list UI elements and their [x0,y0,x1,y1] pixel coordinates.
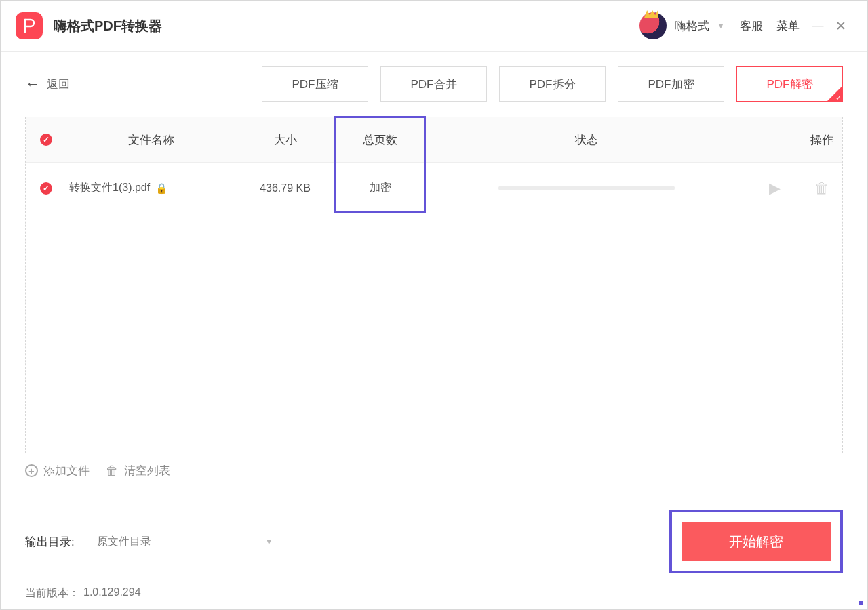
add-icon: + [25,464,38,477]
row-size: 436.79 KB [236,182,334,195]
app-title: 嗨格式PDF转换器 [54,17,162,35]
back-button[interactable]: ← 返回 [25,75,70,93]
play-button[interactable]: ▶ [747,180,802,197]
user-dropdown-icon[interactable]: ▼ [717,21,725,30]
lock-icon: 🔒 [155,182,168,195]
filename-text: 转换文件1(3).pdf [69,181,150,195]
add-file-label: 添加文件 [43,463,90,479]
minimize-button[interactable]: — [806,19,829,33]
progress-bar [498,186,675,190]
close-button[interactable]: ✕ [829,18,852,34]
table-row: ✓ 转换文件1(3).pdf 🔒 436.79 KB 加密 ▶ 🗑 [26,162,842,214]
row-filename: 转换文件1(3).pdf 🔒 [66,181,236,195]
version-value: 1.0.129.294 [83,586,141,601]
tab-pdf-decrypt[interactable]: PDF解密 [736,66,843,102]
tab-pdf-encrypt[interactable]: PDF加密 [618,66,724,102]
file-panel: ✓ 文件名称 大小 总页数 状态 操作 ✓ 转换文件1(3).pdf 🔒 436… [25,117,843,453]
user-name: 嗨格式 [675,18,709,34]
tab-pdf-split[interactable]: PDF拆分 [499,66,606,102]
col-status: 状态 [426,132,747,148]
clear-list-button[interactable]: 🗑 清空列表 [106,463,170,479]
support-link[interactable]: 客服 [740,18,763,34]
start-decrypt-button[interactable]: 开始解密 [682,522,831,561]
tab-pdf-compress[interactable]: PDF压缩 [262,66,368,102]
title-bar: 嗨格式PDF转换器 嗨格式 ▼ 客服 菜单 — ✕ [1,1,867,52]
version-label: 当前版本： [25,586,79,601]
resize-grip-icon[interactable] [859,601,863,605]
add-file-button[interactable]: + 添加文件 [25,463,90,479]
chevron-down-icon: ▼ [265,537,273,546]
col-filename: 文件名称 [66,132,236,148]
back-label: 返回 [47,77,70,92]
footer: 当前版本： 1.0.129.294 [1,577,867,609]
arrow-left-icon: ← [25,75,40,93]
row-pages: 加密 [334,181,426,195]
app-logo-icon [16,12,43,39]
tab-pdf-merge[interactable]: PDF合并 [380,66,487,102]
tabs-row: ← 返回 PDF压缩 PDF合并 PDF拆分 PDF加密 PDF解密 [1,52,867,117]
delete-row-button[interactable]: 🗑 [802,180,842,197]
user-block[interactable]: 嗨格式 [639,12,709,39]
output-label: 输出目录: [25,534,75,550]
avatar-icon [639,12,667,39]
trash-icon: 🗑 [106,464,119,479]
output-row: 输出目录: 原文件目录 ▼ 开始解密 [1,479,867,573]
output-dir-select[interactable]: 原文件目录 ▼ [87,527,283,556]
col-pages: 总页数 [334,132,426,148]
clear-list-label: 清空列表 [124,463,170,479]
row-checkbox[interactable]: ✓ [40,182,52,195]
menu-link[interactable]: 菜单 [776,18,800,34]
table-header: ✓ 文件名称 大小 总页数 状态 操作 [26,117,842,162]
col-ops: 操作 [802,132,842,148]
col-size: 大小 [236,132,334,148]
output-dir-value: 原文件目录 [97,535,151,549]
panel-controls: + 添加文件 🗑 清空列表 [1,453,867,479]
highlight-annotation-start: 开始解密 [669,510,843,573]
select-all-checkbox[interactable]: ✓ [40,134,52,146]
